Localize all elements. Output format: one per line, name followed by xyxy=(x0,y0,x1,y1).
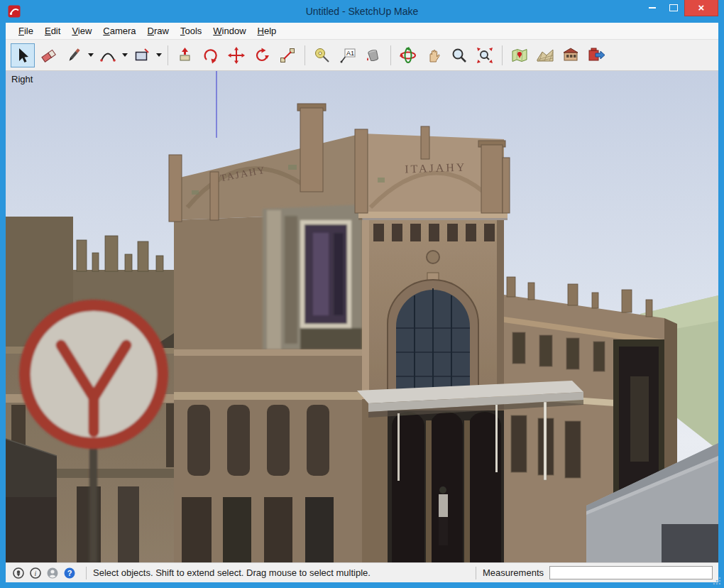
photo-textures-icon xyxy=(561,46,580,65)
svg-text:A1: A1 xyxy=(346,49,354,56)
move-icon xyxy=(227,46,246,65)
scale-icon xyxy=(278,46,297,65)
menu-tools[interactable]: Tools xyxy=(175,23,207,38)
toolbar-separator xyxy=(305,45,305,65)
zoom-extents-tool-button[interactable] xyxy=(473,43,497,67)
model-info-icon: i xyxy=(29,567,42,579)
rotate-tool-button[interactable] xyxy=(250,43,274,67)
tape-measure-icon xyxy=(313,46,331,65)
arc-flyout-arrow[interactable] xyxy=(121,45,129,66)
menu-camera[interactable]: Camera xyxy=(97,23,141,38)
rotate-icon xyxy=(253,46,271,65)
toolbar-separator xyxy=(390,45,391,65)
offset-icon xyxy=(202,46,220,65)
add-location-icon xyxy=(510,46,529,65)
user-account-button[interactable] xyxy=(45,566,60,580)
arc-tool-button[interactable] xyxy=(96,43,120,67)
push-pull-tool-button[interactable] xyxy=(173,43,197,67)
menu-help[interactable]: Help xyxy=(252,23,283,38)
menu-view[interactable]: View xyxy=(66,23,97,38)
eraser-tool-button[interactable] xyxy=(36,43,60,67)
menu-draw[interactable]: Draw xyxy=(142,23,175,38)
toggle-terrain-button[interactable] xyxy=(533,43,557,67)
toggle-terrain-icon xyxy=(536,46,554,65)
orbit-tool-button[interactable] xyxy=(396,43,420,67)
maximize-button[interactable] xyxy=(663,0,684,16)
rectangle-flyout-arrow[interactable] xyxy=(155,45,163,66)
select-arrow-icon xyxy=(13,46,32,65)
zoom-icon xyxy=(450,46,468,65)
line-tool-button[interactable] xyxy=(62,43,86,67)
titlebar: Untitled - SketchUp Make × xyxy=(0,0,724,23)
foreground-dark-building xyxy=(6,439,57,562)
push-pull-icon xyxy=(176,46,194,65)
view-name-label: Right xyxy=(11,74,33,85)
maximize-icon xyxy=(669,4,678,11)
menubar: File Edit View Camera Draw Tools Window … xyxy=(6,23,718,40)
rectangle-icon xyxy=(133,46,151,65)
menu-window[interactable]: Window xyxy=(207,23,251,38)
select-tool-button[interactable] xyxy=(11,43,35,67)
zoom-extents-icon xyxy=(476,46,494,65)
minimize-button[interactable] xyxy=(642,0,663,16)
client-area: File Edit View Camera Draw Tools Window … xyxy=(6,23,718,582)
photo-texture-panel xyxy=(263,205,362,349)
paint-bucket-icon xyxy=(364,46,383,65)
window-title: Untitled - SketchUp Make xyxy=(0,0,724,23)
storefront xyxy=(362,399,505,562)
arc-icon xyxy=(99,46,117,65)
scale-tool-button[interactable] xyxy=(275,43,300,67)
text-tool-button[interactable]: A1 xyxy=(336,43,360,67)
resize-grip[interactable] xyxy=(712,576,722,586)
paint-bucket-tool-button[interactable] xyxy=(361,43,385,67)
zoom-tool-button[interactable] xyxy=(447,43,471,67)
pan-hand-icon xyxy=(424,46,443,65)
tape-measure-tool-button[interactable] xyxy=(310,43,334,67)
help-icon: ? xyxy=(63,567,76,579)
statusbar-separator xyxy=(86,567,87,579)
building-sign-front: ITAJAHY xyxy=(405,160,467,175)
app-window: Untitled - SketchUp Make × File Edit Vie… xyxy=(0,0,724,588)
toolbar-separator xyxy=(502,45,503,65)
photo-textures-button[interactable] xyxy=(559,43,583,67)
text-tool-icon: A1 xyxy=(339,46,357,65)
lower-left-facade xyxy=(174,349,362,562)
pan-tool-button[interactable] xyxy=(422,43,446,67)
scene-svg: ITAJAHY xyxy=(6,71,718,562)
orbit-icon xyxy=(399,46,417,65)
statusbar-separator xyxy=(476,567,476,579)
offset-tool-button[interactable] xyxy=(199,43,223,67)
menu-edit[interactable]: Edit xyxy=(39,23,66,38)
measurements-input[interactable] xyxy=(549,566,713,579)
help-button[interactable]: ? xyxy=(62,566,77,580)
user-account-icon xyxy=(46,567,59,579)
minimize-icon xyxy=(649,7,656,9)
close-button[interactable]: × xyxy=(684,0,718,16)
model-info-button[interactable]: i xyxy=(28,566,43,580)
dark-corner-block xyxy=(662,524,718,562)
status-hint-text: Select objects. Shift to extend select. … xyxy=(93,567,371,578)
extension-warehouse-button[interactable] xyxy=(584,43,608,67)
add-location-button[interactable] xyxy=(508,43,532,67)
svg-text:?: ? xyxy=(67,569,72,577)
move-tool-button[interactable] xyxy=(224,43,248,67)
extension-warehouse-icon xyxy=(587,46,605,65)
pedestrian xyxy=(439,486,448,545)
svg-text:i: i xyxy=(35,569,37,577)
pencil-icon xyxy=(65,46,83,65)
geolocation-button[interactable] xyxy=(11,566,26,580)
window-controls: × xyxy=(642,0,718,16)
toolbar: A1 xyxy=(6,40,718,71)
menu-file[interactable]: File xyxy=(13,23,39,38)
statusbar: i ? Select objects. Shift to extend sele… xyxy=(6,562,718,582)
toolbar-separator xyxy=(168,45,168,65)
rectangle-tool-button[interactable] xyxy=(130,43,154,67)
measurements-label: Measurements xyxy=(483,567,544,578)
geolocation-icon xyxy=(12,567,25,579)
eraser-icon xyxy=(39,46,57,65)
line-flyout-arrow[interactable] xyxy=(87,45,95,66)
viewport[interactable]: ITAJAHY xyxy=(6,71,718,562)
